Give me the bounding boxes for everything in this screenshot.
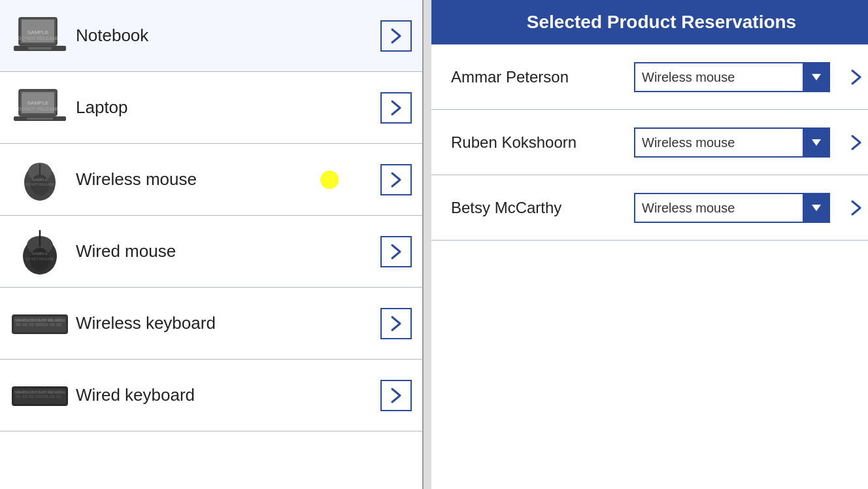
svg-text:SAMPLE: SAMPLE [27,100,48,106]
svg-rect-51 [29,395,34,398]
product-icon-laptop: SAMPLE DO NOT RELEASE [10,86,69,129]
product-select-betsy[interactable]: Wireless mouseWired mouseWireless keyboa… [634,193,830,223]
reservation-row-ammar: Ammar PetersonWireless mouseWired mouseW… [431,44,868,110]
select-wrapper-ruben: Wireless mouseWired mouseWireless keyboa… [634,127,830,158]
product-item-wireless-keyboard[interactable]: SAMPLE DO NOT RELEASE Wireless keyboard [0,288,422,360]
product-item-notebook[interactable]: SAMPLE DO NOT RELEASE Notebook [0,0,422,72]
select-container-ruben: Wireless mouseWired mouseWireless keyboa… [634,127,830,158]
panel-title: Selected Product Reservations [431,0,868,44]
product-chevron-wired-keyboard[interactable] [380,380,412,411]
product-select-ammar[interactable]: Wireless mouseWired mouseWireless keyboa… [634,62,830,92]
svg-rect-52 [35,395,48,398]
product-label-wired-keyboard: Wired keyboard [69,385,380,405]
scrollbar[interactable] [424,0,431,489]
svg-text:DO NOT RELEASE: DO NOT RELEASE [25,257,54,261]
product-label-wired-mouse: Wired mouse [69,241,380,261]
svg-text:DO NOT RELEASE: DO NOT RELEASE [18,36,58,41]
svg-rect-49 [16,395,21,398]
svg-rect-3 [28,47,52,50]
product-chevron-wireless-mouse[interactable] [380,164,412,195]
product-label-wireless-mouse: Wireless mouse [69,169,380,190]
right-panel: Selected Product Reservations Ammar Pete… [431,0,868,489]
svg-text:SAMPLE DO NOT RELEASE: SAMPLE DO NOT RELEASE [14,390,66,394]
product-icon-wireless-mouse: SAMPLE DO NOT RELEASE [10,158,69,202]
select-wrapper-betsy: Wireless mouseWired mouseWireless keyboa… [634,193,830,223]
product-chevron-laptop[interactable] [380,92,412,124]
reservation-chevron-ammar[interactable] [841,61,868,93]
select-container-ammar: Wireless mouseWired mouseWireless keyboa… [634,62,830,92]
product-item-laptop[interactable]: SAMPLE DO NOT RELEASE Laptop [0,72,422,144]
reservation-chevron-ruben[interactable] [841,127,868,158]
product-icon-wired-keyboard: SAMPLE DO NOT RELEASE [10,383,69,408]
svg-text:DO NOT RELEASE: DO NOT RELEASE [18,107,58,111]
svg-text:SAMPLE DO NOT RELEASE: SAMPLE DO NOT RELEASE [14,318,66,322]
svg-rect-9 [27,118,53,120]
svg-rect-36 [35,323,48,326]
svg-rect-34 [22,323,27,326]
svg-rect-33 [16,323,21,326]
product-chevron-wireless-keyboard[interactable] [380,308,412,339]
person-name-ruben: Ruben Kokshoorn [451,133,634,152]
product-item-wired-keyboard[interactable]: SAMPLE DO NOT RELEASE Wired keyboard [0,360,422,431]
product-icon-wireless-keyboard: SAMPLE DO NOT RELEASE [10,311,69,336]
svg-rect-54 [56,395,61,398]
product-label-laptop: Laptop [69,97,380,118]
reservation-row-ruben: Ruben KokshoornWireless mouseWired mouse… [431,110,868,175]
reservation-chevron-betsy[interactable] [841,192,868,224]
product-icon-wired-mouse: SAMPLE DO NOT RELEASE [10,227,69,276]
svg-rect-53 [50,395,55,398]
svg-rect-37 [50,323,55,326]
product-list: SAMPLE DO NOT RELEASE Notebook SAMPLE DO… [0,0,424,489]
product-chevron-notebook[interactable] [380,20,412,52]
product-label-wireless-keyboard: Wireless keyboard [69,313,380,333]
product-icon-notebook: SAMPLE DO NOT RELEASE [10,14,69,57]
product-select-ruben[interactable]: Wireless mouseWired mouseWireless keyboa… [634,127,830,158]
select-container-betsy: Wireless mouseWired mouseWireless keyboa… [634,193,830,223]
person-name-ammar: Ammar Peterson [451,68,634,86]
select-wrapper-ammar: Wireless mouseWired mouseWireless keyboa… [634,62,830,92]
svg-rect-35 [29,323,34,326]
product-item-wireless-mouse[interactable]: SAMPLE DO NOT RELEASE Wireless mouse [0,144,422,216]
reservation-list: Ammar PetersonWireless mouseWired mouseW… [431,44,868,489]
person-name-betsy: Betsy McCarthy [451,199,634,217]
svg-text:SAMPLE: SAMPLE [27,29,48,35]
product-chevron-wired-mouse[interactable] [380,236,412,267]
svg-text:SAMPLE: SAMPLE [32,252,48,256]
reservation-row-betsy: Betsy McCarthyWireless mouseWired mouseW… [431,175,868,241]
svg-rect-38 [56,323,61,326]
product-item-wired-mouse[interactable]: SAMPLE DO NOT RELEASE Wired mouse [0,216,422,288]
svg-text:SAMPLE: SAMPLE [32,178,48,182]
svg-text:DO NOT RELEASE: DO NOT RELEASE [25,182,54,186]
product-label-notebook: Notebook [69,25,380,46]
svg-rect-50 [22,395,27,398]
